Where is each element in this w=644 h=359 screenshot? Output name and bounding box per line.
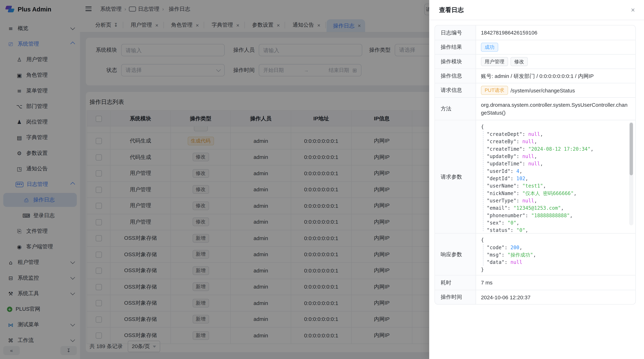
- drawer-title: 查看日志: [439, 6, 631, 14]
- indent-guide: [483, 131, 483, 231]
- detail-row-op-time: 操作时间 2024-10-06 12:20:37: [435, 290, 635, 304]
- detail-label: 操作信息: [435, 69, 476, 83]
- detail-label: 请求信息: [435, 83, 476, 97]
- detail-row-op-info: 操作信息 账号: admin / 研发部门 / 0:0:0:0:0:0:0:1 …: [435, 69, 635, 83]
- drawer-header: 查看日志 ×: [429, 0, 644, 20]
- close-icon[interactable]: ×: [631, 6, 635, 13]
- detail-row-result: 操作结果 成功: [435, 40, 635, 54]
- indent-guide: [483, 244, 483, 266]
- log-id-value: 1842781986426159106: [476, 27, 636, 38]
- method-value: org.dromara.system.controller.system.Sys…: [476, 98, 636, 119]
- op-time-value: 2024-10-06 12:20:37: [476, 292, 636, 303]
- detail-row-log-id: 日志编号 1842781986426159106: [435, 25, 635, 40]
- view-log-drawer: 查看日志 × 日志编号 1842781986426159106 操作结果 成功 …: [429, 0, 644, 359]
- detail-row-request-params: 请求参数 {"createDept": null,"createBy": nul…: [435, 120, 635, 234]
- detail-label: 方法: [435, 98, 476, 120]
- request-params-json: {"createDept": null,"createBy": null,"cr…: [476, 120, 636, 233]
- detail-label: 操作时间: [435, 290, 476, 304]
- scrollbar-thumb[interactable]: [630, 123, 633, 175]
- scrollbar-track[interactable]: [629, 122, 633, 225]
- log-detail-table: 日志编号 1842781986426159106 操作结果 成功 操作模块 用户…: [434, 25, 636, 305]
- app-root: Plus Admin 概览 系统管理 用户管理: [0, 0, 644, 359]
- result-badge: 成功: [481, 43, 498, 52]
- detail-label: 请求参数: [435, 120, 476, 233]
- cost-value: 7 ms: [476, 277, 636, 288]
- request-method-badge: PUT请求: [481, 86, 508, 95]
- request-url: /system/user/changeStatus: [510, 87, 575, 93]
- detail-row-request-info: 请求信息 PUT请求 /system/user/changeStatus: [435, 83, 635, 98]
- detail-row-method: 方法 org.dromara.system.controller.system.…: [435, 98, 635, 120]
- detail-label: 操作结果: [435, 40, 476, 54]
- module-badge: 修改: [510, 57, 528, 66]
- module-tags: 用户管理修改: [476, 54, 636, 68]
- detail-label: 操作模块: [435, 54, 476, 68]
- response-params-json: {"code": 200,"msg": "操作成功","data": null}: [476, 234, 636, 275]
- detail-label: 响应参数: [435, 234, 476, 275]
- detail-row-module: 操作模块 用户管理修改: [435, 54, 635, 69]
- detail-row-response-params: 响应参数 {"code": 200,"msg": "操作成功","data": …: [435, 234, 635, 275]
- detail-row-cost: 耗时 7 ms: [435, 276, 635, 290]
- module-badge: 用户管理: [481, 57, 508, 66]
- detail-label: 耗时: [435, 276, 476, 290]
- op-info-value: 账号: admin / 研发部门 / 0:0:0:0:0:0:0:1 / 内网I…: [476, 69, 636, 82]
- detail-label: 日志编号: [435, 25, 476, 40]
